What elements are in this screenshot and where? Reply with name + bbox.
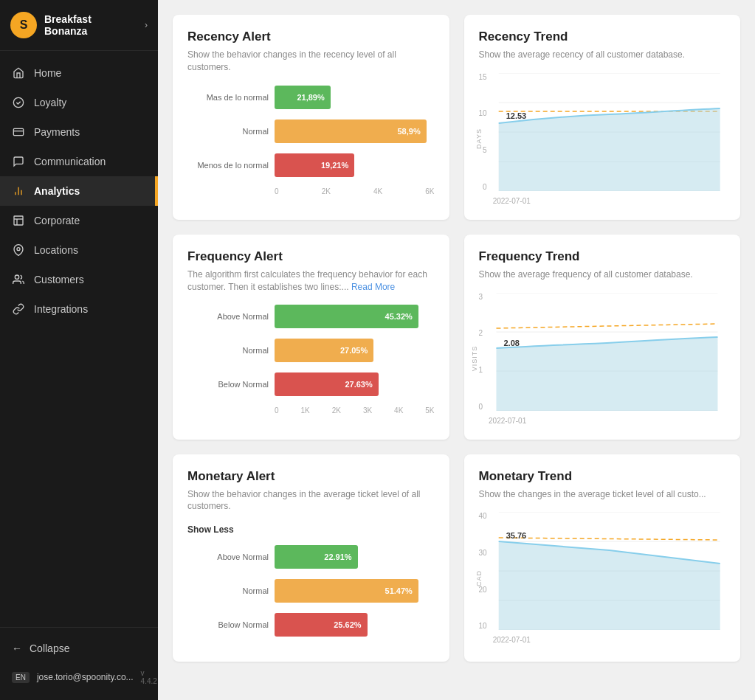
sidebar-item-customers[interactable]: Customers	[0, 265, 158, 294]
sidebar-item-loyalty-label: Loyalty	[34, 97, 66, 108]
sidebar-item-home[interactable]: Home	[0, 58, 158, 88]
monetary-bar-value-1: 22.91%	[324, 552, 351, 561]
loyalty-icon	[12, 96, 25, 109]
recency-trend-subtitle: Show the average recency of all customer…	[479, 49, 726, 61]
frequency-trend-svg: 2.08	[489, 293, 725, 411]
sidebar: S Breakfast Bonanza › Home Loyalty Payme…	[0, 0, 158, 700]
freq-axis-0: 0	[275, 406, 279, 415]
frequency-bar-label-2: Normal	[187, 346, 269, 355]
frequency-bar-row-1: Above Normal 45.32%	[187, 305, 435, 328]
frequency-alert-title: Frequency Alert	[187, 249, 435, 264]
svg-rect-6	[14, 216, 23, 225]
recency-axis-2k: 2K	[322, 187, 331, 195]
sidebar-item-payments[interactable]: Payments	[0, 117, 158, 147]
trend-y-15: 15	[479, 73, 487, 81]
freq-trend-y-3: 3	[479, 293, 483, 301]
collapse-label: Collapse	[30, 642, 69, 654]
frequency-bar-container-2: 27.05%	[275, 339, 435, 362]
recency-bar-value-1: 21,89%	[297, 93, 324, 102]
frequency-bar-1: 45.32%	[275, 305, 418, 328]
recency-bar-3: 19,21%	[275, 153, 354, 177]
recency-bar-container-2: 58,9%	[275, 119, 435, 143]
recency-alert-title: Recency Alert	[187, 30, 435, 44]
sidebar-item-analytics[interactable]: Analytics	[0, 176, 158, 206]
monetary-bar-3: 25.62%	[275, 613, 368, 637]
version-label: v 4.4.2	[141, 669, 157, 685]
monetary-bar-label-1: Above Normal	[187, 552, 269, 561]
sidebar-item-locations-label: Locations	[34, 244, 78, 256]
mon-trend-y-20: 20	[479, 586, 487, 594]
frequency-bar-2: 27.05%	[275, 339, 373, 362]
recency-x-label: 2022-07-01	[493, 197, 725, 205]
monetary-alert-chart: Above Normal 22.91% Normal 51.47%	[187, 545, 435, 637]
brand-name: Breakfast Bonanza	[44, 13, 137, 37]
trend-y-10: 10	[479, 109, 487, 117]
svg-text:12.53: 12.53	[506, 111, 526, 120]
recency-bar-container-1: 21,89%	[275, 86, 435, 109]
recency-trend-card: Recency Trend Show the average recency o…	[464, 15, 741, 220]
payments-icon	[12, 125, 25, 139]
svg-text:35.76: 35.76	[506, 531, 526, 540]
sidebar-item-corporate[interactable]: Corporate	[0, 206, 158, 235]
frequency-x-label: 2022-07-01	[489, 417, 725, 425]
monetary-y-axis-label: CAD	[475, 570, 483, 586]
recency-alert-subtitle: Show the behavior changes in the recency…	[187, 49, 435, 74]
frequency-y-axis-label: VISITS	[471, 346, 478, 372]
freq-trend-y-2: 2	[479, 329, 483, 337]
svg-point-10	[15, 275, 18, 279]
sidebar-item-communication[interactable]: Communication	[0, 147, 158, 176]
recency-axis: 0 2K 4K 6K	[275, 187, 435, 195]
monetary-trend-card: Monetary Trend Show the changes in the a…	[464, 454, 741, 662]
sidebar-item-corporate-label: Corporate	[34, 215, 80, 226]
sidebar-item-locations[interactable]: Locations	[0, 235, 158, 265]
recency-bar-label-3: Menos de lo normal	[187, 161, 269, 170]
corporate-icon	[12, 214, 25, 227]
recency-bar-label-1: Mas de lo normal	[187, 93, 269, 102]
user-info[interactable]: EN jose.torio@spoonity.co... v 4.4.2 ▲	[0, 662, 158, 693]
monetary-bar-1: 22.91%	[275, 545, 358, 569]
frequency-bar-label-1: Above Normal	[187, 312, 269, 321]
sidebar-item-communication-label: Communication	[34, 156, 106, 167]
sidebar-item-integrations[interactable]: Integrations	[0, 294, 158, 324]
recency-bar-value-2: 58,9%	[397, 127, 420, 136]
freq-axis-3k: 3K	[363, 406, 372, 415]
freq-axis-5k: 5K	[425, 406, 434, 415]
freq-axis-1k: 1K	[301, 406, 310, 415]
mon-trend-y-40: 40	[479, 512, 487, 520]
collapse-button[interactable]: ← Collapse	[0, 635, 158, 662]
freq-trend-y-1: 1	[479, 366, 483, 374]
brand-arrow-icon: ›	[145, 20, 148, 30]
monetary-bar-row-1: Above Normal 22.91%	[187, 545, 435, 569]
trend-y-5: 5	[483, 146, 487, 154]
monetary-trend-subtitle: Show the changes in the average ticket l…	[479, 488, 726, 501]
monetary-row: Monetary Alert Show the behavior changes…	[173, 454, 740, 662]
monetary-alert-card: Monetary Alert Show the behavior changes…	[173, 454, 449, 662]
recency-alert-card: Recency Alert Show the behavior changes …	[173, 15, 449, 220]
recency-bar-value-3: 19,21%	[321, 161, 348, 170]
svg-rect-1	[13, 128, 23, 135]
home-icon	[12, 66, 25, 80]
customers-icon	[12, 273, 25, 286]
recency-trend-title: Recency Trend	[479, 30, 726, 44]
monetary-bar-row-2: Normal 51.47%	[187, 579, 435, 603]
frequency-bar-container-3: 27.63%	[275, 372, 435, 396]
recency-bar-container-3: 19,21%	[275, 153, 435, 177]
monetary-alert-title: Monetary Alert	[187, 469, 435, 484]
monetary-bar-container-3: 25.62%	[275, 613, 435, 637]
sidebar-item-loyalty[interactable]: Loyalty	[0, 88, 158, 117]
sidebar-header[interactable]: S Breakfast Bonanza ›	[0, 0, 158, 51]
recency-trend-svg: 12.53	[493, 73, 725, 191]
recency-bar-row-3: Menos de lo normal 19,21%	[187, 153, 435, 177]
svg-text:2.08: 2.08	[504, 339, 520, 347]
recency-axis-6k: 6K	[425, 187, 434, 195]
frequency-row: Frequency Alert The algorithm first calc…	[173, 235, 740, 440]
monetary-bar-label-2: Normal	[187, 586, 269, 595]
monetary-bar-container-1: 22.91%	[275, 545, 435, 569]
integrations-icon	[12, 302, 25, 316]
language-badge[interactable]: EN	[12, 672, 30, 683]
freq-trend-y-0: 0	[479, 403, 483, 411]
collapse-icon: ←	[12, 642, 22, 654]
show-less-button[interactable]: Show Less	[187, 524, 435, 535]
frequency-read-more[interactable]: Read More	[351, 282, 395, 292]
locations-icon	[12, 243, 25, 257]
